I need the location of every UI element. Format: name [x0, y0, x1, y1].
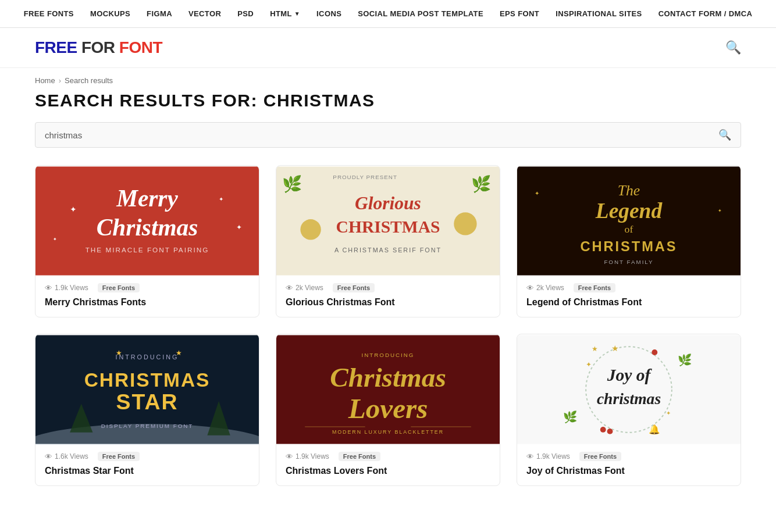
svg-text:🌿: 🌿	[282, 174, 302, 194]
svg-text:✦: ✦	[219, 196, 223, 202]
svg-text:STAR: STAR	[116, 390, 179, 414]
card-badge: Free Fonts	[333, 283, 375, 292]
card-views: 👁 1.9k Views	[526, 452, 570, 461]
card-views: 👁 1.9k Views	[286, 452, 329, 461]
eye-icon: 👁	[286, 452, 293, 461]
breadcrumb-home[interactable]: Home	[35, 76, 55, 85]
card-joy-christmas[interactable]: 🌿 🌿 ✦ ✦ ★ 🔔 ★ Joy of christmas 👁 1.9k Vi…	[517, 334, 741, 486]
dropdown-icon: ▼	[294, 10, 300, 17]
card-thumbnail: 🌿 🌿 ✦ ✦ ★ 🔔 ★ Joy of christmas	[517, 334, 741, 445]
card-meta: 👁 1.9k Views Free Fonts	[276, 445, 500, 463]
card-title: Merry Christmas Fonts	[35, 295, 259, 317]
breadcrumb-current: Search results	[65, 76, 113, 85]
nav-item-psd[interactable]: PSD	[237, 9, 254, 18]
svg-text:✦: ✦	[718, 208, 722, 213]
svg-text:★: ★	[592, 345, 598, 353]
svg-text:CHRISTMAS: CHRISTMAS	[84, 369, 211, 391]
svg-point-16	[454, 212, 476, 235]
svg-text:Merry: Merry	[116, 185, 178, 212]
svg-text:Joy of: Joy of	[607, 366, 653, 384]
svg-point-15	[300, 219, 321, 240]
site-logo[interactable]: FREE FOR FONT	[35, 38, 162, 57]
eye-icon: 👁	[45, 452, 52, 461]
card-views-count: 1.9k Views	[296, 452, 329, 460]
card-christmas-lovers[interactable]: INTRODUCING Christmas Lovers MODERN LUXU…	[276, 334, 500, 486]
svg-text:✦: ✦	[53, 237, 57, 242]
card-title: Christmas Lovers Font	[276, 463, 500, 485]
svg-point-46	[600, 427, 606, 433]
card-title: Joy of Christmas Font	[517, 463, 741, 485]
card-views: 👁 1.6k Views	[45, 452, 88, 461]
card-merry-christmas[interactable]: Merry Christmas THE MIRACLE FONT PAIRING…	[35, 165, 259, 317]
card-views-count: 1.6k Views	[55, 452, 88, 460]
logo-for: FOR	[81, 38, 119, 56]
results-grid: Merry Christmas THE MIRACLE FONT PAIRING…	[0, 165, 776, 509]
svg-text:CHRISTMAS: CHRISTMAS	[580, 239, 677, 254]
svg-text:CHRISTMAS: CHRISTMAS	[336, 217, 440, 236]
card-views: 👁 2k Views	[286, 284, 323, 292]
card-thumbnail: The Legend of CHRISTMAS FONT FAMILY ✦ ✦	[517, 166, 741, 276]
card-christmas-star[interactable]: INTRODUCING CHRISTMAS STAR DISPLAY PREMI…	[35, 334, 259, 486]
svg-text:★: ★	[116, 349, 122, 357]
svg-text:🔔: 🔔	[649, 424, 660, 435]
card-meta: 👁 2k Views Free Fonts	[517, 276, 741, 295]
card-thumbnail: 🌿 🌿 PROUDLY PRESENT Glorious CHRISTMAS A…	[276, 166, 500, 276]
svg-point-48	[652, 349, 657, 355]
nav-item-contact[interactable]: CONTACT FORM / DMCA	[658, 9, 753, 18]
card-title: Legend of Christmas Font	[517, 295, 741, 317]
svg-text:Legend: Legend	[595, 199, 663, 223]
svg-text:INTRODUCING: INTRODUCING	[361, 352, 414, 358]
card-views-count: 1.9k Views	[55, 284, 88, 292]
search-submit-icon[interactable]: 🔍	[718, 128, 731, 141]
breadcrumb: Home › Search results	[0, 68, 776, 88]
search-bar: 🔍	[35, 122, 741, 148]
nav-item-inspirational[interactable]: INSPIRATIONAL SITES	[556, 9, 642, 18]
svg-text:THE MIRACLE FONT PAIRING: THE MIRACLE FONT PAIRING	[86, 246, 209, 254]
svg-text:🌿: 🌿	[678, 353, 692, 367]
nav-item-free-fonts[interactable]: FREE FONTS	[24, 9, 74, 18]
eye-icon: 👁	[45, 284, 52, 292]
search-input[interactable]	[45, 130, 718, 140]
page-title: SEARCH RESULTS FOR: CHRISTMAS	[0, 88, 776, 122]
nav-item-vector[interactable]: VECTOR	[188, 9, 221, 18]
card-views-count: 2k Views	[536, 284, 564, 292]
svg-text:★: ★	[611, 344, 619, 353]
main-nav: FREE FONTSMOCKUPSFIGMAVECTORPSDHTML ▼ICO…	[0, 0, 776, 28]
card-views: 👁 1.9k Views	[45, 284, 88, 292]
search-bar-wrap: 🔍	[0, 122, 776, 165]
card-views-count: 2k Views	[296, 284, 323, 292]
eye-icon: 👁	[526, 284, 534, 292]
card-badge: Free Fonts	[98, 283, 140, 292]
eye-icon: 👁	[286, 284, 293, 292]
nav-item-eps-font[interactable]: EPS FONT	[500, 9, 539, 18]
svg-text:of: of	[625, 223, 633, 235]
eye-icon: 👁	[526, 452, 534, 461]
card-glorious-christmas[interactable]: 🌿 🌿 PROUDLY PRESENT Glorious CHRISTMAS A…	[276, 165, 500, 317]
logo-free: FREE	[35, 38, 81, 56]
search-icon[interactable]: 🔍	[725, 40, 741, 55]
svg-text:Christmas: Christmas	[330, 362, 446, 392]
svg-text:🌿: 🌿	[563, 410, 578, 424]
card-thumbnail: INTRODUCING CHRISTMAS STAR DISPLAY PREMI…	[35, 334, 259, 445]
card-badge: Free Fonts	[579, 452, 621, 461]
card-views-count: 1.9k Views	[536, 452, 570, 460]
card-thumbnail: INTRODUCING Christmas Lovers MODERN LUXU…	[276, 334, 500, 445]
card-legend-christmas[interactable]: The Legend of CHRISTMAS FONT FAMILY ✦ ✦ …	[517, 165, 741, 317]
svg-text:✦: ✦	[236, 223, 242, 231]
svg-text:Lovers: Lovers	[348, 392, 428, 424]
card-thumbnail: Merry Christmas THE MIRACLE FONT PAIRING…	[35, 166, 259, 276]
svg-text:🌿: 🌿	[471, 174, 492, 194]
svg-text:✦: ✦	[666, 410, 671, 416]
nav-item-figma[interactable]: FIGMA	[147, 9, 172, 18]
card-views: 👁 2k Views	[526, 284, 564, 292]
svg-text:DISPLAY PREMIUM FONT: DISPLAY PREMIUM FONT	[101, 423, 194, 429]
nav-item-icons[interactable]: ICONS	[316, 9, 341, 18]
svg-text:Christmas: Christmas	[97, 214, 198, 241]
nav-item-social-media[interactable]: SOCIAL MEDIA POST TEMPLATE	[358, 9, 483, 18]
nav-item-html[interactable]: HTML ▼	[270, 9, 300, 18]
svg-text:The: The	[618, 182, 640, 199]
nav-item-mockups[interactable]: MOCKUPS	[90, 9, 130, 18]
svg-text:✦: ✦	[535, 190, 539, 197]
card-badge: Free Fonts	[339, 452, 380, 461]
card-meta: 👁 1.9k Views Free Fonts	[517, 445, 741, 463]
